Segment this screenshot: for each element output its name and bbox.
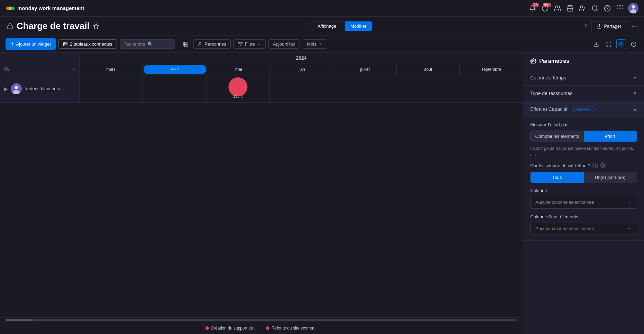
add-widget-button[interactable]: + Ajouter un widget bbox=[6, 38, 56, 50]
export-icon-button[interactable] bbox=[591, 39, 601, 49]
favorite-star-icon[interactable] bbox=[93, 23, 99, 29]
par-un-button[interactable]: Un(e) par un(e) bbox=[584, 172, 637, 183]
upload-icon-button[interactable] bbox=[3, 66, 10, 73]
toolbar: + Ajouter un widget 2 tableaux connectés… bbox=[0, 36, 644, 53]
person-row: ▶ frederic.blancheto... bbox=[0, 75, 523, 103]
today-button[interactable]: Aujourd'hui bbox=[268, 39, 300, 49]
effort-capacite-content: Mesurer l'effort par Compter les élément… bbox=[523, 122, 644, 240]
settings-icon-button[interactable] bbox=[616, 39, 626, 49]
svg-point-35 bbox=[620, 44, 622, 45]
notifications-icon[interactable]: 28 bbox=[528, 4, 537, 12]
header-help-icon[interactable]: ? bbox=[585, 23, 587, 29]
cell-juin bbox=[270, 75, 333, 102]
user-avatar[interactable] bbox=[628, 3, 638, 13]
topnav-left: monday work management bbox=[6, 3, 84, 13]
compter-elements-button[interactable]: Compter les éléments bbox=[531, 131, 584, 142]
connected-tables-button[interactable]: 2 tableaux connectés bbox=[58, 39, 117, 49]
type-ressources-chevron: ▼ bbox=[633, 91, 637, 96]
notifications-badge: 28 bbox=[532, 3, 539, 7]
svg-point-2 bbox=[11, 7, 15, 10]
lock-icon bbox=[7, 23, 13, 29]
type-ressources-label: Type de ressources bbox=[530, 90, 572, 96]
sous-elements-select[interactable]: Aucune colonne sélectionnée bbox=[530, 222, 637, 235]
mesurer-label: Mesurer l'effort par bbox=[530, 122, 637, 127]
save-icon-button[interactable] bbox=[181, 39, 191, 49]
colonnes-temps-chevron: ▼ bbox=[633, 75, 637, 80]
report-icon-button[interactable] bbox=[629, 39, 638, 49]
toolbar-right-icons bbox=[591, 39, 638, 49]
back-arrow-button[interactable] bbox=[71, 67, 76, 72]
svg-point-41 bbox=[15, 86, 18, 89]
help-icon[interactable] bbox=[603, 4, 611, 12]
affichage-button[interactable]: Affichage bbox=[312, 21, 342, 31]
effort-settings-icon[interactable] bbox=[600, 163, 606, 168]
updates-icon[interactable]: 99+ bbox=[541, 4, 549, 12]
year-label: 2024 bbox=[80, 53, 523, 64]
svg-rect-18 bbox=[622, 5, 623, 6]
gift-icon[interactable] bbox=[566, 4, 574, 12]
person-avatar bbox=[11, 83, 22, 94]
share-icon bbox=[597, 24, 602, 29]
settings-gear-icon bbox=[618, 41, 624, 47]
add-person-icon[interactable] bbox=[578, 4, 587, 12]
invite-icon[interactable] bbox=[553, 4, 562, 12]
search-magnifier-icon: 🔍 bbox=[147, 41, 153, 47]
filtre-button[interactable]: Filtre bbox=[233, 39, 266, 49]
svg-rect-21 bbox=[622, 8, 623, 9]
info-circle-icon: ℹ bbox=[592, 163, 598, 168]
effort-button[interactable]: effort bbox=[584, 131, 637, 142]
month-juin: juin bbox=[270, 64, 334, 75]
effort-capacite-chevron: ▲ bbox=[633, 107, 637, 112]
topnav-right: 28 99+ bbox=[528, 3, 638, 13]
page-title: Charge de travail bbox=[17, 21, 90, 31]
section-colonnes-temps: Colonnes Temps ▼ bbox=[523, 70, 644, 86]
colonnes-temps-header[interactable]: Colonnes Temps ▼ bbox=[523, 70, 644, 85]
quelle-colonne-label: Quelle colonne définit l'effort ? ℹ bbox=[530, 163, 637, 168]
filtre-chevron-icon bbox=[257, 42, 261, 46]
scrollbar-thumb[interactable] bbox=[6, 319, 33, 321]
expand-icon[interactable]: ▶ bbox=[4, 86, 8, 92]
legend-dot-1 bbox=[205, 326, 209, 330]
more-options-icon[interactable]: ··· bbox=[631, 22, 637, 30]
svg-point-9 bbox=[580, 6, 583, 8]
effort-capacite-header-content: Effort et Capacité Nouveau bbox=[530, 106, 595, 112]
workload-area: 2024 mars avril mai juin juillet août se… bbox=[0, 53, 523, 334]
month-avril: avril bbox=[144, 65, 207, 74]
workload-value: 136.8 bbox=[233, 94, 243, 98]
page-header-right: ? Partager ··· bbox=[585, 21, 637, 31]
app-name: monday work management bbox=[17, 5, 84, 11]
panel-title-text: Paramètres bbox=[539, 58, 569, 64]
scrollbar-track[interactable] bbox=[6, 319, 517, 321]
personnes-button[interactable]: Personnes bbox=[193, 39, 231, 49]
search-input-box[interactable]: Recherche 🔍 bbox=[120, 39, 175, 49]
cell-mai: 136.8 bbox=[206, 75, 270, 102]
colonne-chevron-icon bbox=[627, 200, 632, 205]
sous-elements-chevron-icon bbox=[627, 226, 632, 231]
avatar-placeholder bbox=[628, 3, 638, 13]
svg-rect-19 bbox=[617, 8, 618, 9]
legend-bar: Création du support de ... Refonte du si… bbox=[0, 322, 523, 334]
modifier-button[interactable]: Modifier bbox=[345, 21, 372, 31]
svg-point-23 bbox=[632, 5, 635, 9]
year-header: 2024 bbox=[0, 53, 523, 64]
empty-grid-area bbox=[0, 103, 523, 317]
monday-logo-icon bbox=[6, 3, 15, 13]
type-ressources-header[interactable]: Type de ressources ▼ bbox=[523, 86, 644, 101]
svg-point-12 bbox=[592, 6, 597, 10]
workload-bubble bbox=[228, 77, 247, 96]
months-left-spacer bbox=[0, 64, 80, 75]
colonne-select[interactable]: Aucune colonne sélectionnée bbox=[530, 196, 637, 209]
tous-button[interactable]: Tous bbox=[531, 172, 584, 183]
legend-item-1: Création du support de ... bbox=[205, 326, 258, 331]
cell-aout bbox=[396, 75, 460, 102]
svg-point-6 bbox=[555, 6, 558, 8]
app-switcher-icon[interactable] bbox=[616, 4, 624, 12]
fullscreen-icon-button[interactable] bbox=[604, 39, 614, 49]
search-icon[interactable] bbox=[591, 4, 599, 12]
mois-button[interactable]: Mois bbox=[303, 39, 327, 49]
view-toggle-group: Affichage Modifier bbox=[312, 21, 372, 31]
effort-capacite-header[interactable]: Effort et Capacité Nouveau ▲ bbox=[523, 101, 644, 117]
partager-button[interactable]: Partager bbox=[591, 21, 627, 31]
page-header-left: Charge de travail bbox=[7, 21, 99, 31]
monday-logo: monday work management bbox=[6, 3, 84, 13]
